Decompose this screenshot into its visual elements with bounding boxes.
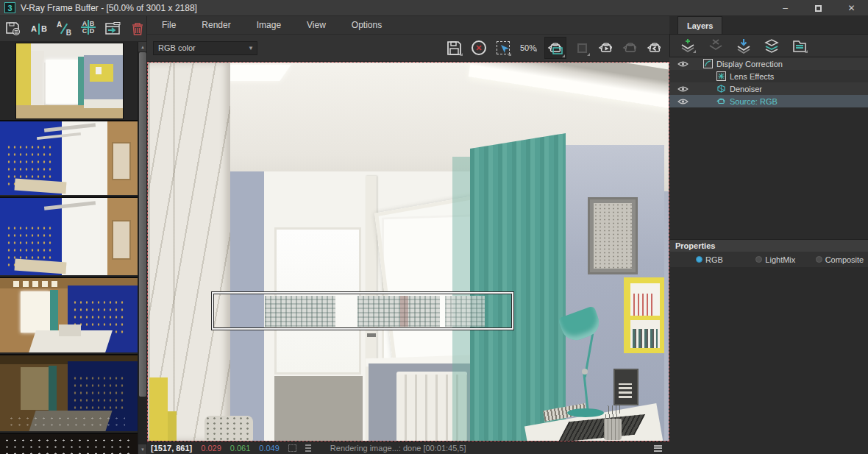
save-to-history-icon[interactable] — [5, 20, 21, 38]
scroll-up-icon[interactable]: ▲ — [138, 42, 146, 52]
maximize-icon — [815, 5, 822, 12]
window-controls: – ✕ — [769, 0, 868, 16]
render-region-selection[interactable] — [212, 292, 513, 330]
radio-icon — [816, 256, 822, 263]
region-render-icon[interactable] — [494, 39, 512, 57]
history-thumbnail-6[interactable] — [0, 433, 138, 454]
layers-toolbar — [669, 34, 868, 57]
panel-empty-bottom — [669, 267, 868, 454]
menu-image[interactable]: Image — [254, 18, 284, 32]
delete-layer-icon — [707, 38, 725, 54]
layer-presets-icon[interactable] — [791, 38, 808, 54]
ab-horizontal-compare-icon[interactable]: A B — [31, 20, 47, 38]
window-title: V-Ray Frame Buffer - [50.0% of 3001 x 21… — [21, 3, 197, 13]
render-window-handle — [367, 333, 376, 337]
render-status-message: Rendering image...: done [00:01:45,5] — [330, 444, 466, 453]
visibility-eye-icon[interactable] — [675, 98, 690, 105]
render-yellow-panel-left-2 — [168, 411, 177, 441]
render-teal-curtain — [470, 133, 566, 441]
history-thumbnail-4[interactable] — [0, 277, 138, 352]
ab-diag-a: A — [57, 21, 62, 29]
render-last-again-teapot-icon[interactable] — [646, 39, 664, 57]
ab-diag-b: B — [66, 29, 71, 37]
radio-rgb[interactable]: RGB — [696, 255, 748, 264]
pixel-coordinates: [1517, 861] — [151, 444, 192, 453]
properties-header: Properties — [669, 239, 868, 252]
layer-row-source-rgb[interactable]: Source: RGB — [669, 95, 868, 107]
abcd-quad-compare-icon[interactable]: A B C D — [81, 20, 96, 38]
render-door-panel — [274, 376, 363, 441]
render-floor-basket — [204, 416, 253, 441]
layer-label: Denoiser — [730, 85, 762, 93]
channel-dropdown[interactable]: RGB color ▼ — [153, 41, 257, 55]
center-area: File Render Image View Options RGB color… — [147, 16, 669, 454]
load-layers-icon[interactable] — [735, 38, 753, 54]
tab-layers[interactable]: Layers — [677, 16, 722, 34]
ab-b-label: B — [41, 24, 47, 33]
lens-effects-icon — [716, 71, 726, 81]
chevron-down-icon: ▼ — [248, 45, 254, 52]
render-start-teapot-icon[interactable] — [597, 39, 615, 57]
history-thumbnail-3[interactable] — [0, 196, 138, 275]
channel-dropdown-value: RGB color — [158, 43, 196, 52]
save-image-icon[interactable] — [446, 39, 463, 57]
3dsmax-logo-icon: 3 — [4, 2, 15, 13]
clear-history-trash-icon[interactable] — [131, 20, 144, 38]
menu-file[interactable]: File — [159, 18, 179, 32]
panel-tab-row: Layers — [669, 16, 868, 34]
display-correction-icon — [703, 59, 713, 68]
menu-view[interactable]: View — [304, 18, 329, 32]
layer-row-lens-effects[interactable]: Lens Effects — [669, 70, 868, 82]
render-desk-lamp-base — [567, 408, 604, 417]
history-scrollbar[interactable]: ▲ ▼ — [138, 42, 146, 454]
visibility-eye-icon[interactable] — [675, 60, 690, 68]
render-wall-art — [588, 197, 638, 274]
status-menu-icon[interactable] — [654, 445, 662, 452]
render-buildings-left — [265, 296, 335, 327]
radio-composite[interactable]: Composite — [816, 255, 868, 264]
render-laptop-screen — [613, 369, 638, 405]
load-image-to-history-icon[interactable] — [105, 20, 121, 38]
layer-row-display-correction[interactable]: Display Correction — [669, 57, 868, 70]
pixel-info-icon[interactable] — [288, 444, 296, 452]
layer-label: Source: RGB — [730, 97, 778, 106]
abcd-d: D — [88, 27, 96, 35]
render-last-teapot-icon[interactable] — [544, 37, 566, 59]
history-toolbar: A B A B A B C D — [0, 16, 146, 42]
add-layer-icon[interactable] — [679, 38, 697, 54]
render-canvas[interactable] — [147, 62, 669, 441]
history-thumbnail-1[interactable] — [15, 43, 124, 119]
menu-render[interactable]: Render — [199, 18, 233, 32]
layer-row-denoiser[interactable]: Denoiser — [669, 82, 868, 95]
ab-a-label: A — [31, 24, 37, 33]
vray-frame-buffer-window: 3 V-Ray Frame Buffer - [50.0% of 3001 x … — [0, 0, 868, 454]
source-teapot-icon — [716, 96, 726, 106]
radio-lightmix[interactable]: LightMix — [755, 255, 808, 264]
ab-vertical-compare-icon[interactable]: A B — [57, 21, 71, 36]
render-history-sidebar: A B A B A B C D — [0, 16, 147, 454]
render-wall-art-canvas — [594, 203, 632, 269]
scrollbar-thumb[interactable] — [139, 52, 146, 397]
render-desk-lamp-joint — [582, 369, 588, 375]
color-clamp-icon[interactable] — [305, 444, 311, 452]
history-thumbnail-5[interactable] — [0, 354, 138, 431]
panel-empty-space — [669, 107, 868, 239]
render-stop-teapot-icon — [622, 39, 639, 57]
layer-label: Display Correction — [716, 60, 783, 68]
scroll-down-icon[interactable]: ▼ — [138, 444, 146, 454]
visibility-eye-icon[interactable] — [675, 85, 690, 93]
copy-layers-icon[interactable] — [763, 38, 780, 54]
minimize-button[interactable]: – — [769, 0, 802, 16]
maximize-button[interactable] — [802, 0, 835, 16]
zoom-level[interactable]: 50% — [519, 43, 538, 52]
disabled-region-icon — [573, 39, 591, 57]
pixel-value-blue: 0.049 — [259, 444, 280, 453]
properties-options: RGB LightMix Composite — [669, 252, 868, 267]
close-button[interactable]: ✕ — [835, 0, 868, 16]
pixel-value-red: 0.029 — [201, 444, 221, 453]
render-pencils — [605, 405, 620, 419]
clear-image-icon[interactable]: ✕ — [470, 39, 488, 57]
history-thumbnail-2[interactable] — [0, 120, 138, 195]
menu-options[interactable]: Options — [349, 18, 385, 32]
render-shelf-books-top — [630, 283, 660, 316]
